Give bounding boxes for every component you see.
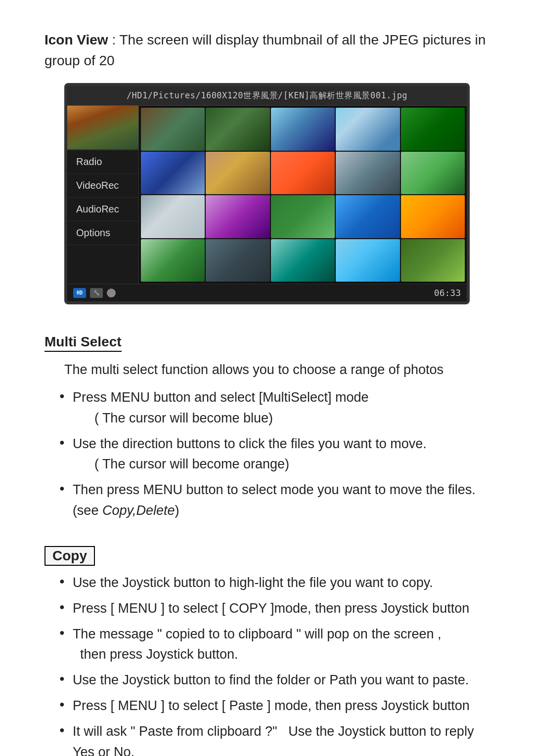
thumb-2 [206,108,269,151]
screen-body: Radio VideoRec AudioRec Options [67,106,467,284]
dot-icon [107,289,116,297]
sidebar-item-options: Options [67,221,138,245]
thumb-18 [271,239,335,282]
thumb-4 [336,108,400,151]
sidebar-item-audiorec: AudioRec [67,198,138,221]
copy-section: Copy Use the Joystick button to high-lig… [44,546,490,756]
multi-select-item-2-text: Use the direction buttons to click the f… [73,436,427,451]
multi-select-item-2: Use the direction buttons to click the f… [59,434,490,475]
thumb-20 [401,239,465,282]
multi-select-item-1: Press MENU button and select [MultiSelec… [59,387,490,429]
copy-item-1-text: Use the Joystick button to high-light th… [73,573,433,593]
multi-select-desc: The multi select function allows you to … [64,360,490,380]
multi-select-title: Multi Select [44,334,122,352]
thumb-11 [141,195,205,238]
footer-icons: HD 🔧 [73,288,116,298]
copy-title: Copy [44,546,95,566]
thumb-13 [271,195,335,238]
thumb-8 [271,152,335,195]
multi-select-item-1-sub: ( The cursor will become blue) [94,411,273,425]
thumb-14 [336,195,400,238]
sd-icon: 🔧 [90,288,103,298]
copy-item-6-text: It will ask " Paste from clipboard ?" Us… [73,721,490,756]
sidebar-photo [67,106,138,149]
thumb-15 [401,195,465,238]
thumb-5 [401,108,465,151]
screen-sidebar: Radio VideoRec AudioRec Options [67,106,139,284]
copy-item-3: The message " copied to to clipboard " w… [59,624,490,666]
icon-view-label: Icon View [44,32,108,47]
thumb-7 [206,152,269,195]
multi-select-section: Multi Select The multi select function a… [44,334,490,521]
sidebar-item-radio: Radio [67,150,138,174]
copy-item-4: Use the Joystick button to find the fold… [59,670,490,691]
thumb-3 [271,108,335,151]
copy-item-2-text: Press [ MENU ] to select [ COPY ]mode, t… [73,598,469,619]
icon-view-desc: : The screen will display thumbnail of a… [44,32,486,68]
multi-select-item-3-text: Then press MENU button to select mode yo… [73,480,476,521]
multi-select-item-2-content: Use the direction buttons to click the f… [73,434,427,475]
thumb-19 [336,239,400,282]
thumb-6 [141,152,205,195]
copy-item-5-text: Press [ MENU ] to select [ Paste ] mode,… [73,696,470,716]
multi-select-item-2-sub: ( The cursor will become orange) [94,457,289,471]
screen-path: /HD1/Pictures/1600X120世界風景/[KEN]高解析世界風景0… [67,86,467,106]
thumb-1 [141,108,205,151]
device-screen: /HD1/Pictures/1600X120世界風景/[KEN]高解析世界風景0… [64,83,470,304]
copy-item-6: It will ask " Paste from clipboard ?" Us… [59,721,490,756]
copy-item-2: Press [ MENU ] to select [ COPY ]mode, t… [59,598,490,619]
thumb-12 [206,195,269,238]
thumb-10 [401,152,465,195]
footer-time: 06:33 [434,288,461,298]
multi-select-list: Press MENU button and select [MultiSelec… [59,387,490,521]
copy-item-4-text: Use the Joystick button to find the fold… [73,670,469,691]
copy-item-1: Use the Joystick button to high-light th… [59,573,490,593]
icon-view-header: Icon View : The screen will display thum… [44,30,490,71]
thumb-16 [141,239,205,282]
copy-list: Use the Joystick button to high-light th… [59,573,490,756]
copy-item-5: Press [ MENU ] to select [ Paste ] mode,… [59,696,490,716]
thumb-17 [206,239,269,282]
thumbnail-grid [139,106,467,284]
copy-item-3-text: The message " copied to to clipboard " w… [73,624,442,666]
multi-select-item-1-text: Press MENU button and select [MultiSelec… [73,390,369,405]
multi-select-item-3: Then press MENU button to select mode yo… [59,480,490,521]
thumb-9 [336,152,400,195]
multi-select-item-1-content: Press MENU button and select [MultiSelec… [73,387,369,429]
screen-footer: HD 🔧 06:33 [67,284,467,301]
hd-icon: HD [73,288,86,298]
sidebar-item-videorec: VideoRec [67,174,138,198]
sidebar-thumbnail [67,106,138,150]
